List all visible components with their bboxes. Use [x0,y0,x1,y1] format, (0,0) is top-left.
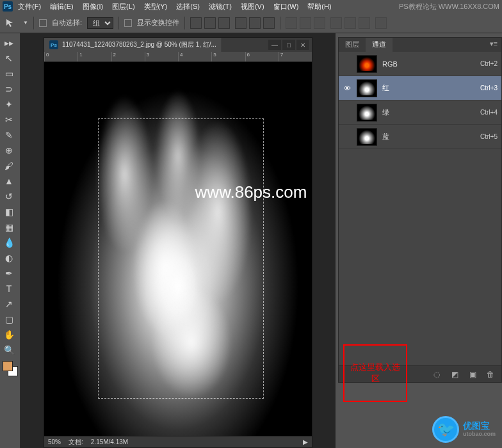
wand-tool-icon[interactable]: ✦ [1,97,17,111]
tab-channels[interactable]: 通道 [366,38,393,52]
menu-select[interactable]: 选择(S) [176,2,200,12]
flame-image [44,62,312,436]
tools-toolbar: ▸▸ ↖ ▭ ⊃ ✦ ✂ ✎ ⊕ 🖌 ▲ ↺ ◧ ▦ 💧 ◐ ✒ T ↗ ▢ ✋… [0,33,20,448]
type-tool-icon[interactable]: T [1,282,17,296]
menu-filter[interactable]: 滤镜(T) [209,2,232,12]
channel-shortcut: Ctrl+2 [480,60,498,67]
delete-channel-icon[interactable]: 🗑 [485,369,496,380]
channel-thumb-rgb [357,55,377,73]
menubar: Ps 文件(F) 编辑(E) 图像(I) 图层(L) 类型(Y) 选择(S) 滤… [0,0,502,13]
dodge-tool-icon[interactable]: ◐ [1,251,17,265]
tab-toggle-icon[interactable]: ▸▸ [1,36,17,50]
eyedropper-tool-icon[interactable]: ✎ [1,128,17,142]
visibility-toggle[interactable] [343,60,352,68]
annotation-callout: 点这里载入选区 [343,344,407,402]
close-button[interactable]: ✕ [296,40,309,50]
document-tab-bar: Ps 11074431_122403780263_2.jpg @ 50% (图层… [44,38,312,52]
pen-tool-icon[interactable]: ✒ [1,266,17,280]
distribute-vcenter-icon [300,17,311,29]
distribute-hcenter-icon [344,17,356,29]
menu-help[interactable]: 帮助(H) [307,2,331,12]
panel-menu-icon[interactable]: ▾≡ [486,38,501,52]
align-top-icon[interactable] [190,17,202,29]
load-selection-icon[interactable]: ◌ [431,369,442,380]
menu-layer[interactable]: 图层(L) [112,2,134,12]
move-tool-icon [5,18,18,28]
menu-file[interactable]: 文件(F) [18,2,41,12]
distribute-left-icon [330,17,342,29]
lasso-tool-icon[interactable]: ⊃ [1,82,17,96]
canvas-content[interactable] [44,62,312,436]
auto-select-checkbox[interactable] [39,19,47,27]
menu-view[interactable]: 视图(V) [241,2,264,12]
options-bar: ▼ 自动选择: 组 显示变换控件 [0,13,502,33]
shape-tool-icon[interactable]: ▢ [1,312,17,326]
document-window: Ps 11074431_122403780263_2.jpg @ 50% (图层… [44,37,312,448]
auto-select-label: 自动选择: [52,18,82,28]
align-right-icon[interactable] [263,17,275,29]
logo-brand: 优图宝 [463,420,490,431]
gradient-tool-icon[interactable]: ▦ [1,220,17,234]
align-bottom-icon[interactable] [218,17,230,29]
stamp-tool-icon[interactable]: ▲ [1,174,17,188]
crop-tool-icon[interactable]: ✂ [1,113,17,127]
save-selection-icon[interactable]: ◩ [449,369,460,380]
color-swatches[interactable] [1,361,19,380]
foreground-color-swatch[interactable] [3,361,13,371]
path-tool-icon[interactable]: ↗ [1,297,17,311]
channel-name: 红 [382,83,475,93]
show-transform-checkbox[interactable] [124,19,132,27]
channel-row-green[interactable]: 绿 Ctrl+4 [339,100,501,125]
zoom-tool-icon[interactable]: 🔍 [1,343,17,357]
doc-size-value: 2.15M/4.13M [91,438,128,445]
channel-shortcut: Ctrl+4 [480,109,498,116]
channel-name: 绿 [382,108,475,117]
show-transform-label: 显示变换控件 [137,18,179,28]
options-dropdown-icon[interactable]: ▼ [23,20,28,26]
align-vcenter-icon[interactable] [204,17,216,29]
align-left-icon[interactable] [235,17,247,29]
logo-bottom: 🐦 优图宝 utobao.com [432,416,496,443]
bird-icon: 🐦 [432,416,459,443]
document-tab[interactable]: Ps 11074431_122403780263_2.jpg @ 50% (图层… [44,38,222,52]
menu-type[interactable]: 类型(Y) [144,2,168,12]
channel-thumb-green [357,104,377,122]
canvas-area: Ps 11074431_122403780263_2.jpg @ 50% (图层… [20,33,336,448]
selection-marquee [98,118,264,399]
move-tool-icon[interactable]: ↖ [1,51,17,65]
channel-thumb-blue [357,128,377,146]
menu-image[interactable]: 图像(I) [83,2,103,12]
marquee-tool-icon[interactable]: ▭ [1,67,17,81]
channel-shortcut: Ctrl+5 [480,133,498,140]
visibility-toggle[interactable]: 👁 [343,84,352,93]
history-brush-tool-icon[interactable]: ↺ [1,189,17,204]
annotation-text: 点这里载入选区 [347,362,403,385]
distribute-right-icon [359,17,370,29]
channel-row-red[interactable]: 👁 红 Ctrl+3 [339,76,501,100]
app-icon: Ps [3,1,13,12]
brush-tool-icon[interactable]: 🖌 [1,159,17,173]
channel-row-rgb[interactable]: RGB Ctrl+2 [339,52,501,76]
minimize-button[interactable]: — [268,40,281,50]
maximize-button[interactable]: □ [282,40,295,50]
blur-tool-icon[interactable]: 💧 [1,236,17,250]
channel-name: 蓝 [382,132,475,141]
zoom-level[interactable]: 50% [48,438,61,445]
channel-thumb-red [357,79,377,97]
channel-row-blue[interactable]: 蓝 Ctrl+5 [339,125,501,149]
menu-edit[interactable]: 编辑(E) [50,2,74,12]
document-title: 11074431_122403780263_2.jpg @ 50% (图层 1,… [62,40,216,49]
new-channel-icon[interactable]: ▣ [467,369,478,380]
doc-size-label: 文档: [69,438,83,447]
distribute-top-icon [286,17,297,29]
heal-tool-icon[interactable]: ⊕ [1,143,17,157]
eraser-tool-icon[interactable]: ◧ [1,205,17,219]
auto-select-dropdown[interactable]: 组 [87,17,113,29]
hand-tool-icon[interactable]: ✋ [1,328,17,342]
visibility-toggle[interactable] [343,108,352,117]
menu-window[interactable]: 窗口(W) [273,2,299,12]
align-hcenter-icon[interactable] [249,17,261,29]
tab-layers[interactable]: 图层 [339,38,366,52]
watermark-top: PS教程论坛 WWW.16XX8.COM [399,2,499,12]
visibility-toggle[interactable] [343,132,352,141]
